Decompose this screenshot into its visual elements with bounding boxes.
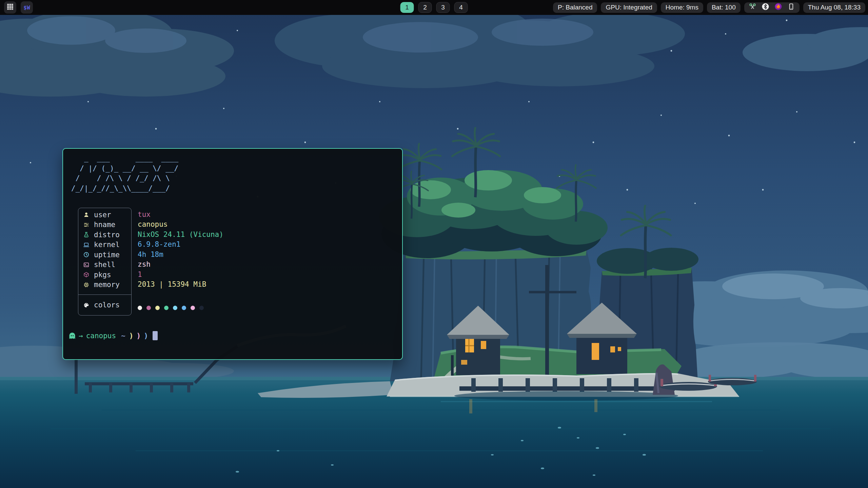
info-row-shell: shell: [78, 260, 131, 270]
phone-icon[interactable]: [787, 3, 795, 12]
color-swatch: [191, 306, 195, 310]
info-label: pkgs: [94, 271, 111, 279]
info-value-user: tux: [138, 209, 223, 220]
bluetooth-icon[interactable]: [762, 3, 769, 12]
wezterm-button[interactable]: $W: [21, 1, 33, 14]
power-profile-pill[interactable]: P: Balanced: [553, 2, 597, 13]
gpu-pill[interactable]: GPU: Integrated: [601, 2, 657, 13]
workspace-4[interactable]: 4: [454, 2, 468, 13]
color-swatch: [155, 306, 160, 310]
info-label: hname: [94, 221, 115, 229]
prompt-chevron: ): [144, 332, 148, 340]
info-label: distro: [94, 231, 120, 239]
info-label: colors: [94, 301, 120, 309]
workspace-1[interactable]: 1: [400, 2, 414, 13]
app-launcher-button[interactable]: [4, 1, 16, 14]
text-cursor[interactable]: [153, 331, 158, 340]
color-swatch: [173, 306, 177, 310]
fetch-values-column: tux canopus NixOS 24.11 (Vicuna) 6.9.8-z…: [132, 208, 223, 316]
info-value-pkgs: 1: [138, 269, 223, 280]
color-swatch: [146, 306, 151, 310]
flameshot-icon[interactable]: [774, 3, 782, 12]
home-latency-pill[interactable]: Home: 9ms: [661, 2, 703, 13]
info-value-shell: zsh: [138, 260, 223, 270]
laptop-icon: [83, 242, 90, 248]
grid-icon: [6, 3, 14, 12]
clock-pill[interactable]: Thu Aug 08, 18:33: [803, 2, 865, 13]
package-icon: [83, 272, 90, 278]
terminal-window[interactable]: _ ___ ____ ____ / |/ (_)_ __/ __ \/ __/ …: [62, 148, 403, 360]
info-label: user: [94, 211, 111, 219]
battery-pill[interactable]: Bat: 100: [707, 2, 741, 13]
prompt-path: ~: [121, 332, 125, 340]
workspace-2[interactable]: 2: [418, 2, 432, 13]
prompt-hostname: canopus: [86, 332, 116, 340]
palette-icon: [83, 302, 90, 308]
system-tray: [744, 2, 800, 13]
info-value-distro: NixOS 24.11 (Vicuna): [138, 229, 223, 240]
bar-right: P: Balanced GPU: Integrated Home: 9ms Ba…: [553, 2, 868, 13]
info-row-uptime: uptime: [78, 250, 131, 260]
shell-prompt[interactable]: → canopus ~ ) ) ): [68, 331, 402, 340]
wezterm-icon: $W: [23, 4, 30, 11]
info-row-hname: hname: [78, 220, 131, 230]
info-label: uptime: [94, 251, 120, 259]
workspace-switcher: 1 2 3 4: [400, 0, 468, 15]
info-label: kernel: [94, 241, 120, 249]
bar-left: $W: [0, 1, 33, 14]
info-label: memory: [94, 281, 120, 289]
color-swatch: [138, 306, 142, 310]
user-icon: [83, 212, 90, 218]
terminal-color-swatches: [138, 303, 223, 313]
workspace-3[interactable]: 3: [436, 2, 450, 13]
nixos-ascii-logo: _ ___ ____ ____ / |/ (_)_ __/ __ \/ __/ …: [71, 154, 402, 194]
color-swatch: [164, 306, 169, 310]
info-row-colors: colors: [78, 295, 131, 315]
info-value-kernel: 6.9.8-zen1: [138, 240, 223, 250]
fetch-info-table: user hname distro: [78, 208, 402, 316]
desktop: $W 1 2 3 4 P: Balanced GPU: Integrated H…: [0, 0, 868, 488]
top-bar: $W 1 2 3 4 P: Balanced GPU: Integrated H…: [0, 0, 868, 15]
info-row-kernel: kernel: [78, 240, 131, 250]
fetch-labels-box: user hname distro: [78, 208, 132, 316]
info-row-user: user: [78, 210, 131, 220]
prompt-chevron: ): [136, 332, 141, 340]
color-swatch: [182, 306, 186, 310]
prompt-chevron: ): [129, 332, 134, 340]
clock-icon: [83, 252, 90, 258]
flask-icon: [83, 232, 90, 238]
scissors-icon[interactable]: [749, 3, 756, 12]
ghost-icon: [68, 332, 76, 340]
info-value-memory: 2013 | 15394 MiB: [138, 280, 223, 290]
info-value-hname: canopus: [138, 220, 223, 230]
info-label: shell: [94, 261, 115, 269]
terminal-icon: [83, 262, 90, 268]
list-icon: [83, 222, 90, 228]
prompt-arrow: →: [79, 332, 83, 340]
chip-icon: [83, 282, 90, 288]
color-swatch: [199, 306, 204, 310]
info-row-memory: memory: [78, 280, 131, 290]
info-row-pkgs: pkgs: [78, 270, 131, 280]
info-row-distro: distro: [78, 230, 131, 240]
info-value-uptime: 4h 18m: [138, 249, 223, 260]
